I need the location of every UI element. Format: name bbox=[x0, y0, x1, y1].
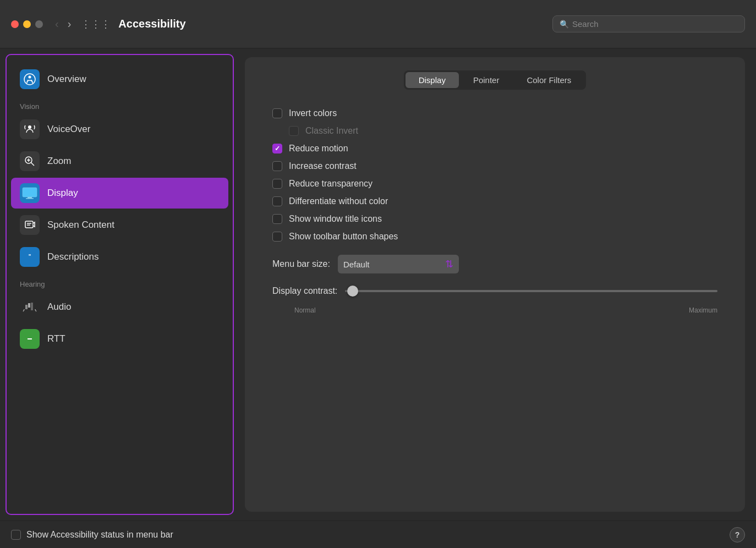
tab-bar: Display Pointer Color Filters bbox=[261, 70, 728, 90]
accessibility-status-label: Show Accessibility status in menu bar bbox=[26, 530, 173, 540]
main-content: Overview Vision VoiceOver bbox=[0, 48, 756, 520]
differentiate-without-color-label: Differentiate without color bbox=[289, 196, 388, 206]
reduce-transparency-label: Reduce transparency bbox=[289, 179, 372, 189]
page-title: Accessibility bbox=[118, 18, 552, 30]
show-toolbar-button-shapes-row: Show toolbar button shapes bbox=[272, 229, 717, 244]
reduce-transparency-row: Reduce transparency bbox=[272, 177, 717, 191]
svg-point-0 bbox=[24, 74, 35, 85]
zoom-icon bbox=[20, 151, 40, 171]
voiceover-icon bbox=[20, 119, 40, 139]
search-box[interactable]: 🔍 bbox=[552, 15, 745, 32]
invert-colors-label: Invert colors bbox=[289, 108, 337, 118]
svg-rect-8 bbox=[28, 197, 32, 198]
show-window-title-icons-row: Show window title icons bbox=[272, 212, 717, 226]
sidebar-overview-label: Overview bbox=[47, 74, 86, 85]
display-icon bbox=[20, 183, 40, 203]
slider-label-maximum: Maximum bbox=[689, 306, 717, 314]
reduce-motion-row: Reduce motion bbox=[272, 141, 717, 156]
bottom-checkbox-row: Show Accessibility status in menu bar bbox=[11, 530, 173, 540]
svg-point-1 bbox=[29, 76, 31, 79]
close-button[interactable] bbox=[11, 20, 19, 28]
sidebar-audio-label: Audio bbox=[47, 302, 71, 313]
overview-icon bbox=[20, 69, 40, 89]
settings-list: Invert colors Classic Invert Reduce moti… bbox=[261, 106, 728, 244]
forward-button[interactable]: › bbox=[64, 15, 75, 32]
sidebar: Overview Vision VoiceOver bbox=[6, 54, 234, 515]
bottom-bar: Show Accessibility status in menu bar ? bbox=[0, 520, 756, 548]
slider-label-normal: Normal bbox=[294, 306, 316, 314]
svg-text:": " bbox=[29, 254, 31, 260]
search-input[interactable] bbox=[572, 19, 738, 29]
slider-labels: Normal Maximum bbox=[272, 306, 717, 314]
show-toolbar-button-shapes-checkbox[interactable] bbox=[272, 232, 282, 242]
increase-contrast-checkbox[interactable] bbox=[272, 161, 282, 171]
minimize-button[interactable] bbox=[23, 20, 31, 28]
menubar-size-label: Menu bar size: bbox=[272, 259, 330, 269]
sidebar-spoken-content-label: Spoken Content bbox=[47, 220, 114, 231]
contrast-slider-thumb[interactable] bbox=[347, 286, 358, 297]
sidebar-item-descriptions[interactable]: " Descriptions bbox=[11, 242, 228, 272]
tab-color-filters[interactable]: Color Filters bbox=[513, 72, 584, 88]
help-button[interactable]: ? bbox=[730, 527, 745, 542]
svg-line-4 bbox=[31, 162, 34, 166]
classic-invert-checkbox[interactable] bbox=[289, 126, 299, 136]
contrast-slider-container bbox=[345, 286, 717, 297]
sidebar-item-overview[interactable]: Overview bbox=[11, 64, 228, 95]
stepper-icon: ⇅ bbox=[445, 258, 453, 270]
back-button[interactable]: ‹ bbox=[52, 15, 62, 32]
nav-buttons: ‹ › bbox=[52, 15, 74, 32]
increase-contrast-row: Increase contrast bbox=[272, 159, 717, 173]
tab-pointer[interactable]: Pointer bbox=[460, 72, 513, 88]
differentiate-without-color-row: Differentiate without color bbox=[272, 194, 717, 209]
search-icon: 🔍 bbox=[560, 20, 569, 29]
titlebar: ‹ › ⋮⋮⋮ Accessibility 🔍 bbox=[0, 0, 756, 48]
spoken-content-icon bbox=[20, 215, 40, 235]
sidebar-display-label: Display bbox=[47, 188, 78, 199]
grid-icon[interactable]: ⋮⋮⋮ bbox=[81, 18, 111, 30]
sidebar-voiceover-label: VoiceOver bbox=[47, 124, 90, 135]
contrast-row: Display contrast: Normal Maximum bbox=[261, 286, 728, 314]
sidebar-item-audio[interactable]: Audio bbox=[11, 292, 228, 322]
show-window-title-icons-label: Show window title icons bbox=[289, 214, 382, 224]
invert-colors-row: Invert colors bbox=[272, 106, 717, 120]
differentiate-without-color-checkbox[interactable] bbox=[272, 196, 282, 206]
reduce-transparency-checkbox[interactable] bbox=[272, 179, 282, 189]
tab-display[interactable]: Display bbox=[406, 72, 459, 88]
panel-card: Display Pointer Color Filters Invert col… bbox=[245, 57, 745, 512]
hearing-section-label: Hearing bbox=[7, 273, 233, 291]
sidebar-item-display[interactable]: Display bbox=[11, 178, 228, 209]
sidebar-rtt-label: RTT bbox=[47, 333, 65, 344]
sidebar-item-zoom[interactable]: Zoom bbox=[11, 146, 228, 177]
descriptions-icon: " bbox=[20, 247, 40, 267]
classic-invert-row: Classic Invert bbox=[272, 124, 717, 138]
menubar-size-value: Default bbox=[343, 260, 370, 269]
show-toolbar-button-shapes-label: Show toolbar button shapes bbox=[289, 232, 398, 242]
fullscreen-button[interactable] bbox=[35, 20, 43, 28]
sidebar-descriptions-label: Descriptions bbox=[47, 251, 99, 262]
rtt-icon bbox=[20, 329, 40, 349]
sidebar-item-voiceover[interactable]: VoiceOver bbox=[11, 114, 228, 145]
svg-rect-10 bbox=[25, 221, 33, 228]
menubar-size-select[interactable]: Default ⇅ bbox=[338, 255, 459, 273]
sidebar-item-spoken-content[interactable]: Spoken Content bbox=[11, 210, 228, 240]
svg-point-2 bbox=[28, 125, 31, 129]
contrast-slider-track bbox=[345, 290, 717, 292]
tab-group: Display Pointer Color Filters bbox=[404, 70, 587, 90]
svg-rect-7 bbox=[23, 188, 37, 197]
sidebar-zoom-label: Zoom bbox=[47, 156, 71, 167]
increase-contrast-label: Increase contrast bbox=[289, 161, 357, 171]
show-window-title-icons-checkbox[interactable] bbox=[272, 214, 282, 224]
classic-invert-label: Classic Invert bbox=[305, 126, 358, 136]
sidebar-item-rtt[interactable]: RTT bbox=[11, 324, 228, 354]
reduce-motion-label: Reduce motion bbox=[289, 144, 348, 154]
vision-section-label: Vision bbox=[7, 96, 233, 113]
invert-colors-checkbox[interactable] bbox=[272, 108, 282, 118]
audio-icon bbox=[20, 297, 40, 317]
reduce-motion-checkbox[interactable] bbox=[272, 144, 282, 154]
right-panel: Display Pointer Color Filters Invert col… bbox=[234, 48, 756, 520]
accessibility-status-checkbox[interactable] bbox=[11, 530, 21, 540]
menubar-size-row: Menu bar size: Default ⇅ bbox=[261, 255, 728, 273]
traffic-lights bbox=[11, 20, 43, 28]
svg-rect-9 bbox=[26, 198, 34, 199]
contrast-top: Display contrast: bbox=[272, 286, 717, 297]
